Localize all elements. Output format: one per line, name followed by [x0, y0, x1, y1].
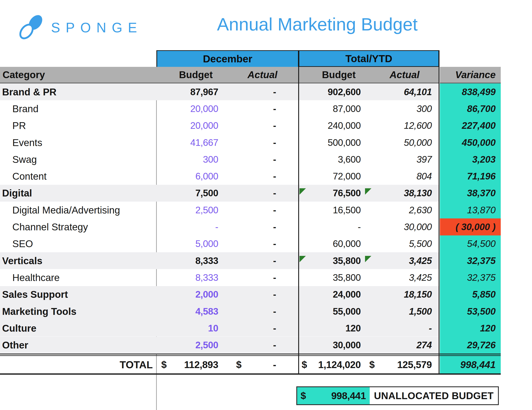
total-dec-actual-cell: $ -: [231, 359, 299, 371]
category-label: Channel Strategy: [0, 221, 157, 233]
variance-cell: 71,196: [440, 168, 501, 185]
total-dec-budget: 112,893: [184, 359, 218, 371]
total-ytd-group-header: Total/YTD: [299, 50, 439, 67]
ytd-budget-cell: 35,800: [299, 255, 364, 266]
table-row: Verticals8,333-35,8003,42532,375: [0, 252, 501, 269]
dec-actual-cell: -: [231, 120, 299, 131]
ytd-actual-cell: 804: [364, 171, 439, 182]
dec-budget-cell: 20,000: [157, 120, 231, 131]
page-title: Annual Marketing Budget: [217, 14, 451, 35]
ytd-variance-divider-line: [439, 50, 439, 373]
dec-budget-cell: 6,000: [157, 171, 231, 182]
comment-flag-icon: [365, 256, 371, 262]
table-row: Brand & PR87,967-902,60064,101838,499: [0, 83, 501, 100]
currency-symbol: $: [161, 359, 167, 371]
ytd-actual-cell: 274: [364, 340, 439, 350]
total-row: TOTAL $ 112,893 $ - $ 1,124,020 $ 125,57…: [0, 356, 501, 373]
dec-budget-cell: 2,000: [157, 289, 231, 300]
total-top-double-border: [0, 354, 501, 356]
dec-budget-cell: 2,500: [157, 340, 231, 350]
ytd-budget-cell: 72,000: [299, 171, 364, 182]
ytd-actual-cell: 2,630: [364, 205, 439, 215]
table-row: Healthcare8,333-35,8003,42532,375: [0, 269, 501, 286]
row-cells: Marketing Tools4,583-55,0001,500: [0, 303, 439, 320]
ytd-budget-cell: 24,000: [299, 289, 364, 300]
category-label: Marketing Tools: [0, 306, 157, 317]
variance-cell: 38,370: [440, 185, 501, 202]
dec-budget-cell: 8,333: [157, 255, 231, 266]
total-label: TOTAL: [0, 359, 157, 371]
category-label: Digital Media/Advertising: [0, 204, 157, 216]
ytd-actual-cell: 12,600: [364, 120, 439, 131]
dec-actual-cell: -: [231, 323, 299, 333]
currency-symbol: $: [369, 359, 375, 371]
table-row: Content6,000-72,00080471,196: [0, 168, 501, 185]
category-label: Digital: [0, 187, 157, 199]
variance-cell: 53,500: [440, 303, 501, 320]
category-label: Events: [0, 137, 157, 148]
table-row: Channel Strategy---30,000( 30,000 ): [0, 218, 501, 235]
ytd-budget-cell: 60,000: [299, 238, 364, 249]
ytd-budget-cell: 902,600: [299, 87, 364, 97]
ytd-budget-cell: 3,600: [299, 154, 364, 165]
budget-sheet: SPONGE Annual Marketing Budget December …: [0, 0, 532, 410]
dec-actual-cell: -: [231, 340, 299, 350]
row-cells: Events41,667-500,00050,000: [0, 134, 439, 151]
dec-budget-cell: 8,333: [157, 272, 231, 283]
row-cells: Channel Strategy---30,000: [0, 218, 439, 235]
unallocated-amount: 998,441: [331, 390, 366, 401]
table-row: Brand20,000-87,00030086,700: [0, 100, 501, 117]
total-ytd-budget: 1,124,020: [318, 359, 361, 371]
variance-cell: 838,499: [440, 83, 501, 100]
dec-budget-cell: 41,667: [157, 137, 231, 148]
variance-cell: ( 30,000 ): [440, 218, 501, 235]
row-cells: PR20,000-240,00012,600: [0, 117, 439, 134]
ytd-actual-cell: 300: [364, 103, 439, 114]
row-cells: Healthcare8,333-35,8003,425: [0, 269, 439, 286]
column-header-band: Category Budget Actual Budget Actual: [0, 67, 439, 83]
variance-cell: 450,000: [440, 134, 501, 151]
total-ytd-actual: 125,579: [397, 359, 432, 371]
ytd-budget-cell: 500,000: [299, 137, 364, 148]
category-label: Culture: [0, 322, 157, 334]
table-row: SEO5,000-60,0005,50054,500: [0, 235, 501, 252]
dec-actual-cell: -: [231, 87, 299, 97]
leaf-icon: [15, 14, 47, 41]
category-label: Brand: [0, 103, 157, 115]
dec-budget-cell: -: [157, 222, 231, 232]
dec-actual-cell: -: [231, 103, 299, 114]
row-cells: Brand20,000-87,000300: [0, 100, 439, 117]
table-row: Digital Media/Advertising2,500-16,5002,6…: [0, 202, 501, 218]
dec-actual-cell: -: [231, 188, 299, 198]
table-row: Marketing Tools4,583-55,0001,50053,500: [0, 303, 501, 320]
variance-cell: 54,500: [440, 235, 501, 252]
category-label: Brand & PR: [0, 86, 157, 98]
ytd-actual-cell: 5,500: [364, 238, 439, 249]
dec-budget-cell: 4,583: [157, 306, 231, 317]
currency-symbol: $: [236, 359, 241, 371]
category-label: Content: [0, 171, 157, 182]
dec-budget-cell: 7,500: [157, 188, 231, 198]
dec-actual-cell: -: [231, 137, 299, 148]
dec-actual-cell: -: [231, 306, 299, 317]
dec-budget-cell: 10: [157, 323, 231, 333]
dec-ytd-divider-line: [298, 50, 299, 373]
dec-budget-cell: 87,967: [157, 87, 231, 97]
comment-flag-icon: [300, 256, 306, 262]
variance-cell: 3,203: [440, 151, 501, 168]
category-label: Swag: [0, 154, 157, 165]
total-ytd-budget-cell: $ 1,124,020: [299, 359, 364, 371]
dec-actual-cell: -: [231, 255, 299, 266]
ytd-budget-cell: 55,000: [299, 306, 364, 317]
variance-cell: 227,400: [440, 117, 501, 134]
row-cells: Sales Support2,000-24,00018,150: [0, 286, 439, 303]
category-label: SEO: [0, 238, 157, 250]
table-row: Swag300-3,6003973,203: [0, 151, 501, 168]
table-row: Other2,500-30,00027429,726: [0, 337, 501, 354]
variance-cell: 5,850: [440, 286, 501, 303]
table-row: Digital7,500-76,50038,13038,370: [0, 185, 501, 202]
table-row: Sales Support2,000-24,00018,1505,850: [0, 286, 501, 303]
table-row: PR20,000-240,00012,600227,400: [0, 117, 501, 134]
ytd-actual-cell: -: [364, 323, 439, 333]
variance-cell: 32,375: [440, 269, 501, 286]
